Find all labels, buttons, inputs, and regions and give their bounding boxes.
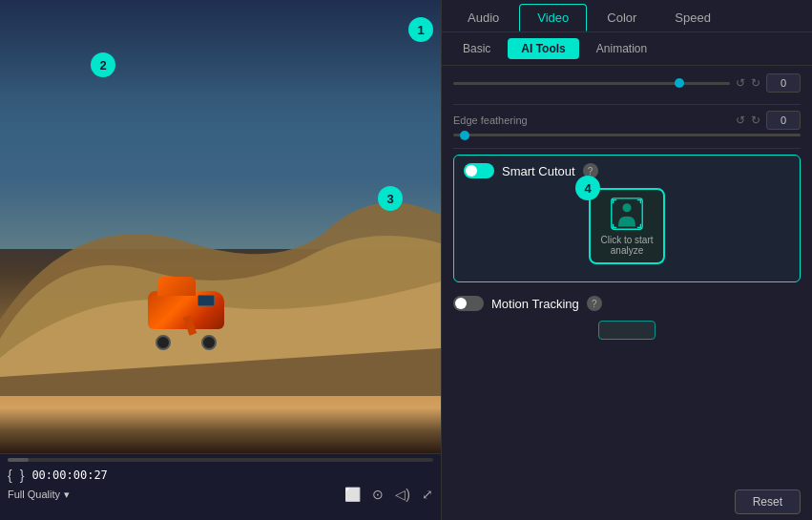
video-canvas: 1 2 3 [0,0,441,453]
motion-tracking-title: Motion Tracking [491,297,579,311]
reset-button-container: Reset [442,484,812,520]
edge-redo-icon[interactable]: ↻ [751,114,760,127]
edge-value-box[interactable]: 0 [766,111,801,130]
slider-track-1[interactable] [453,82,730,85]
annotation-2: 2 [91,52,115,77]
reset-button[interactable]: Reset [735,489,801,514]
camera-icon[interactable]: ⊙ [372,487,384,502]
annotation-1: 1 [408,17,433,42]
top-tabs: Audio Video Color Speed [442,0,812,32]
timeline-progress [8,458,29,462]
edge-feathering-slider[interactable] [453,134,801,136]
video-panel: 1 2 3 { } 00:00:00:27 Full Quality ▾ [0,0,441,520]
sub-tab-basic[interactable]: Basic [449,38,504,59]
motion-toggle-knob [455,298,467,309]
toggle-knob [466,165,477,177]
tab-video[interactable]: Video [519,4,587,31]
analyze-button-container: 4 [464,188,790,264]
edge-undo-icon[interactable]: ↺ [736,114,745,127]
motion-tracking-help-icon[interactable]: ? [587,296,602,311]
sub-tab-ai-tools[interactable]: AI Tools [508,38,578,59]
slider-value-1[interactable]: 0 [766,73,801,93]
analyze-label: Click to start analyze [591,235,663,256]
fullscreen-icon[interactable]: ⤢ [422,487,433,502]
motion-tracking-section: Motion Tracking ? [453,296,801,311]
svg-point-1 [623,203,632,212]
smart-cutout-section: Smart Cutout ? 4 [453,155,801,282]
monitor-icon[interactable]: ⬜ [344,487,361,502]
edge-feathering-section: Edge feathering ↺ ↻ 0 [453,111,801,136]
partial-button[interactable] [598,321,656,340]
tab-audio[interactable]: Audio [449,4,517,31]
person-icon [610,197,644,231]
bracket-left-button[interactable]: { [8,468,12,483]
bracket-right-button[interactable]: } [20,468,25,483]
timeline-bar[interactable] [8,458,433,462]
time-display: 00:00:00:27 [31,468,107,482]
reset-icon-1[interactable]: ↺ [736,76,745,90]
volume-icon[interactable]: ◁) [395,487,410,502]
quality-selector[interactable]: Full Quality ▾ [8,489,70,501]
panel-content: ↺ ↻ 0 Edge feathering ↺ ↻ 0 [442,66,812,484]
annotation-4: 4 [575,176,600,200]
analyze-button[interactable]: Click to start analyze [589,188,665,264]
smart-cutout-toggle[interactable] [464,163,494,178]
right-panel: Audio Video Color Speed Basic AI Tools A… [441,0,812,520]
reset-icon-2[interactable]: ↻ [751,76,760,90]
edge-feathering-label: Edge feathering [453,114,530,126]
tab-speed[interactable]: Speed [656,4,729,31]
motion-tracking-toggle[interactable] [453,296,484,311]
smart-cutout-title: Smart Cutout [502,164,575,178]
tab-color[interactable]: Color [589,4,655,31]
sub-tab-animation[interactable]: Animation [583,38,660,59]
sub-tabs: Basic AI Tools Animation [442,32,812,66]
vehicle [148,291,224,329]
video-controls: { } 00:00:00:27 Full Quality ▾ ⬜ ⊙ ◁) ⤢ [0,453,441,520]
annotation-3: 3 [378,186,403,211]
quality-arrow-icon: ▾ [64,489,70,501]
top-sliders: ↺ ↻ 0 [453,73,801,93]
quality-label: Full Quality [8,489,60,500]
